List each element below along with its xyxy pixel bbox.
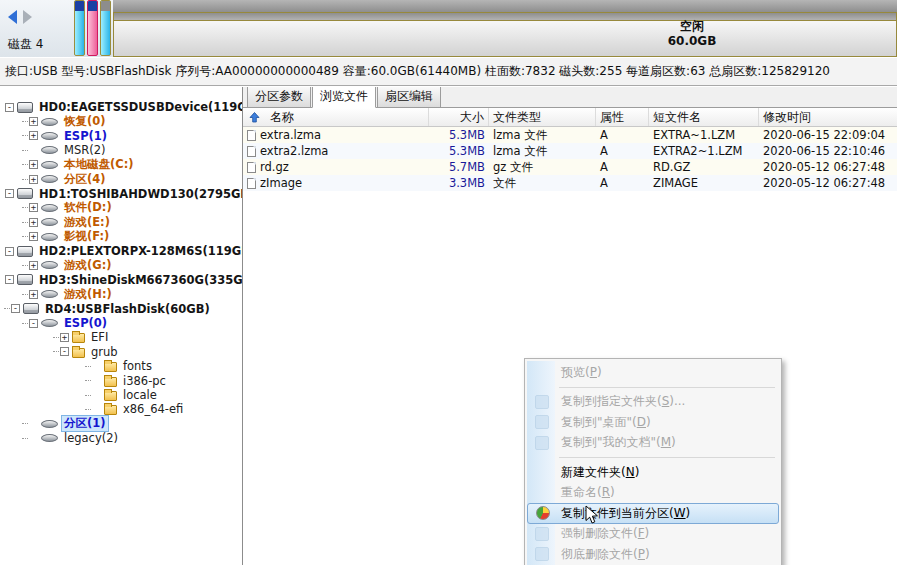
expander-icon[interactable]: - bbox=[11, 304, 20, 313]
partition-icon bbox=[41, 175, 58, 183]
tree-connector bbox=[22, 179, 28, 180]
tree-item-video-f[interactable]: +影视(F:) bbox=[0, 230, 242, 244]
expander-icon[interactable]: + bbox=[29, 117, 38, 126]
tree-connector bbox=[85, 409, 91, 410]
tree-item-part1-selected[interactable]: 分区(1) bbox=[0, 417, 242, 431]
menu-item-copy-to-folder[interactable]: 复制到指定文件夹(S)... bbox=[527, 392, 779, 413]
expander-icon[interactable]: - bbox=[29, 319, 38, 328]
partition-icon bbox=[41, 434, 58, 442]
menu-separator bbox=[559, 387, 775, 388]
tree-item-x86-64-efi[interactable]: x86_64-efi bbox=[0, 402, 242, 416]
tree-item-hd1[interactable]: -HD1:TOSHIBAHDWD130(2795GB) bbox=[0, 186, 242, 200]
header-size[interactable]: 大小 bbox=[429, 108, 489, 126]
tree-connector bbox=[22, 265, 28, 266]
desktop-icon bbox=[535, 415, 549, 429]
disk-icon bbox=[17, 188, 33, 199]
disk-info-bar: 接口:USB 型号:USBFlashDisk 序列号:AA00000000000… bbox=[0, 57, 897, 86]
folder-icon bbox=[104, 391, 117, 401]
expander-icon[interactable]: + bbox=[29, 218, 38, 227]
tree-item-game-g[interactable]: +游戏(G:) bbox=[0, 258, 242, 272]
partition-block-esp[interactable] bbox=[74, 0, 85, 56]
partition-icon bbox=[41, 290, 58, 298]
tree-item-msr[interactable]: MSR(2) bbox=[0, 143, 242, 157]
tree-item-hd0[interactable]: -HD0:EAGETSSDUSBDevice(119GB) bbox=[0, 100, 242, 114]
menu-item-copy-to-desktop[interactable]: 复制到"桌面"(D) bbox=[527, 412, 779, 433]
partition-icon bbox=[41, 118, 58, 126]
context-menu: 预览(P) 复制到指定文件夹(S)... 复制到"桌面"(D) 复制到"我的文档… bbox=[524, 358, 782, 565]
menu-item-new-folder[interactable]: 新建文件夹(N) bbox=[527, 462, 779, 483]
tree-item-game-e[interactable]: +游戏(E:) bbox=[0, 215, 242, 229]
file-icon bbox=[247, 162, 256, 173]
menu-item-permanent-delete[interactable]: 彻底删除文件(P) bbox=[527, 544, 779, 565]
partition-icon bbox=[41, 261, 58, 269]
pie-chart-icon bbox=[536, 506, 550, 520]
expander-icon[interactable]: + bbox=[29, 290, 38, 299]
tree-connector bbox=[53, 351, 59, 352]
tree-item-esp1[interactable]: +ESP(1) bbox=[0, 129, 242, 143]
file-row[interactable]: rd.gz 5.7MB gz 文件 A RD.GZ 2020-05-12 06:… bbox=[243, 159, 897, 175]
tree-connector bbox=[22, 150, 28, 151]
file-row[interactable]: extra.lzma 5.3MB lzma 文件 A EXTRA~1.LZM 2… bbox=[243, 127, 897, 143]
prev-disk-icon[interactable] bbox=[8, 10, 17, 24]
tab-partition-params[interactable]: 分区参数 bbox=[247, 87, 311, 107]
expander-icon[interactable]: + bbox=[29, 232, 38, 241]
partition-icon bbox=[41, 233, 58, 241]
menu-item-preview[interactable]: 预览(P) bbox=[527, 362, 779, 383]
expander-icon[interactable]: + bbox=[29, 203, 38, 212]
tree-item-rd4[interactable]: -RD4:USBFlashDisk(60GB) bbox=[0, 301, 242, 315]
tree-connector bbox=[4, 308, 10, 309]
expander-icon[interactable]: + bbox=[60, 333, 69, 342]
tab-browse-files[interactable]: 浏览文件 bbox=[312, 87, 376, 108]
header-name[interactable]: 名称 bbox=[243, 108, 429, 126]
tree-item-part4[interactable]: +分区(4) bbox=[0, 172, 242, 186]
expander-icon[interactable]: - bbox=[60, 347, 69, 356]
expander-icon[interactable]: - bbox=[5, 275, 14, 284]
menu-item-rename[interactable]: 重命名(R) bbox=[527, 483, 779, 504]
tree-connector bbox=[53, 337, 59, 338]
tree-item-i386-pc[interactable]: i386-pc bbox=[0, 373, 242, 387]
tree-item-fonts[interactable]: fonts bbox=[0, 359, 242, 373]
expander-icon[interactable]: - bbox=[5, 103, 14, 112]
expander-icon[interactable]: + bbox=[29, 131, 38, 140]
header-attr[interactable]: 属性 bbox=[596, 108, 649, 126]
tree-item-locale[interactable]: locale bbox=[0, 388, 242, 402]
partition-block-legacy[interactable] bbox=[100, 0, 111, 56]
expander-icon[interactable]: - bbox=[5, 189, 14, 198]
file-row[interactable]: extra2.lzma 5.3MB lzma 文件 A EXTRA2~1.LZM… bbox=[243, 143, 897, 159]
tree-item-soft-d[interactable]: +软件(D:) bbox=[0, 201, 242, 215]
partition-icon bbox=[41, 161, 58, 169]
tree-item-game-h[interactable]: +游戏(H:) bbox=[0, 287, 242, 301]
tree-item-hd2[interactable]: -HD2:PLEXTORPX-128M6S(119GB) bbox=[0, 244, 242, 258]
next-disk-icon[interactable] bbox=[23, 10, 32, 24]
tree-item-legacy[interactable]: legacy(2) bbox=[0, 431, 242, 445]
file-icon bbox=[247, 146, 256, 157]
partition-block-selected[interactable] bbox=[87, 0, 98, 56]
disk-icon bbox=[17, 274, 33, 285]
erase-file-icon bbox=[535, 547, 549, 561]
menu-item-copy-file-to-partition[interactable]: 复制文件到当前分区(W) bbox=[527, 503, 779, 524]
header-short-name[interactable]: 短文件名 bbox=[649, 108, 759, 126]
menu-item-force-delete[interactable]: 强制删除文件(F) bbox=[527, 524, 779, 545]
free-space-block[interactable]: 空闲 60.0GB bbox=[113, 12, 897, 57]
tab-sector-edit[interactable]: 扇区编辑 bbox=[377, 87, 441, 107]
folder-open-icon bbox=[72, 348, 85, 358]
tree-item-grub[interactable]: -grub bbox=[0, 345, 242, 359]
file-icon bbox=[247, 130, 256, 141]
expander-icon[interactable]: + bbox=[29, 160, 38, 169]
tree-item-esp0[interactable]: -ESP(0) bbox=[0, 316, 242, 330]
tab-bar: 分区参数 浏览文件 扇区编辑 bbox=[243, 87, 897, 108]
file-row[interactable]: zImage 3.3MB 文件 A ZIMAGE 2020-05-12 06:2… bbox=[243, 175, 897, 191]
tree-item-efi[interactable]: +EFI bbox=[0, 330, 242, 344]
partition-icon bbox=[41, 420, 58, 428]
header-type[interactable]: 文件类型 bbox=[489, 108, 596, 126]
expander-icon[interactable]: + bbox=[29, 261, 38, 270]
tree-item-recovery[interactable]: +恢复(0) bbox=[0, 114, 242, 128]
menu-item-copy-to-documents[interactable]: 复制到"我的文档"(M) bbox=[527, 433, 779, 454]
expander-icon[interactable]: + bbox=[29, 175, 38, 184]
header-modified[interactable]: 修改时间 bbox=[759, 108, 897, 126]
free-space-label: 空闲 bbox=[592, 19, 792, 34]
expander-icon[interactable]: - bbox=[5, 247, 14, 256]
tree-item-hd3[interactable]: -HD3:ShineDiskM667360G(335GB) bbox=[0, 273, 242, 287]
partition-icon bbox=[41, 146, 58, 154]
tree-item-local-c[interactable]: +本地磁盘(C:) bbox=[0, 158, 242, 172]
